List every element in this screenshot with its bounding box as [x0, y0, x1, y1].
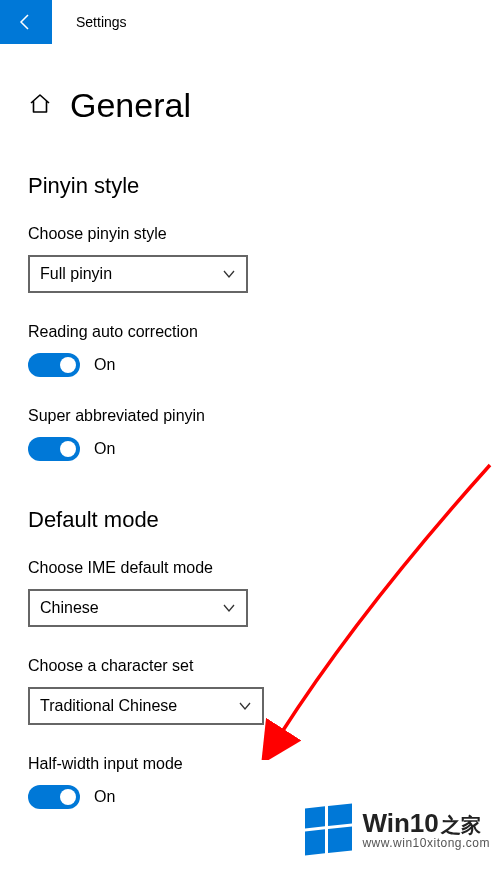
super-abbrev-state: On [94, 440, 115, 458]
ime-default-label: Choose IME default mode [28, 559, 472, 577]
group-half-width: Half-width input mode On [28, 755, 472, 809]
reading-autocorrect-toggle[interactable] [28, 353, 80, 377]
half-width-label: Half-width input mode [28, 755, 472, 773]
charset-dropdown[interactable]: Traditional Chinese [28, 687, 264, 725]
home-icon[interactable] [28, 92, 52, 120]
ime-default-dropdown[interactable]: Chinese [28, 589, 248, 627]
chevron-down-icon [222, 601, 236, 615]
half-width-state: On [94, 788, 115, 806]
charset-value: Traditional Chinese [40, 697, 177, 715]
super-abbrev-label: Super abbreviated pinyin [28, 407, 472, 425]
group-pinyin-style: Choose pinyin style Full pinyin [28, 225, 472, 293]
reading-autocorrect-label: Reading auto correction [28, 323, 472, 341]
page-header: General [28, 86, 472, 125]
arrow-left-icon [16, 12, 36, 32]
back-button[interactable] [0, 0, 52, 44]
pinyin-style-value: Full pinyin [40, 265, 112, 283]
watermark-brand: Win10 [362, 809, 438, 838]
half-width-toggle[interactable] [28, 785, 80, 809]
ime-default-value: Chinese [40, 599, 99, 617]
group-reading-autocorrect: Reading auto correction On [28, 323, 472, 377]
super-abbrev-toggle[interactable] [28, 437, 80, 461]
section-default-mode: Default mode Choose IME default mode Chi… [28, 507, 472, 809]
section-default-heading: Default mode [28, 507, 472, 533]
group-ime-default: Choose IME default mode Chinese [28, 559, 472, 627]
watermark-url: www.win10xitong.com [362, 837, 490, 850]
watermark-brand-zh: 之家 [441, 814, 481, 836]
chevron-down-icon [222, 267, 236, 281]
group-charset: Choose a character set Traditional Chine… [28, 657, 472, 725]
section-pinyin-heading: Pinyin style [28, 173, 472, 199]
page-title: General [70, 86, 191, 125]
pinyin-style-label: Choose pinyin style [28, 225, 472, 243]
charset-label: Choose a character set [28, 657, 472, 675]
pinyin-style-dropdown[interactable]: Full pinyin [28, 255, 248, 293]
content: General Pinyin style Choose pinyin style… [0, 44, 500, 809]
group-super-abbrev: Super abbreviated pinyin On [28, 407, 472, 461]
titlebar: Settings [0, 0, 500, 44]
titlebar-label: Settings [76, 14, 127, 30]
windows-logo-icon [305, 804, 352, 856]
watermark: Win10 之家 www.win10xitong.com [305, 806, 490, 853]
chevron-down-icon [238, 699, 252, 713]
reading-autocorrect-state: On [94, 356, 115, 374]
